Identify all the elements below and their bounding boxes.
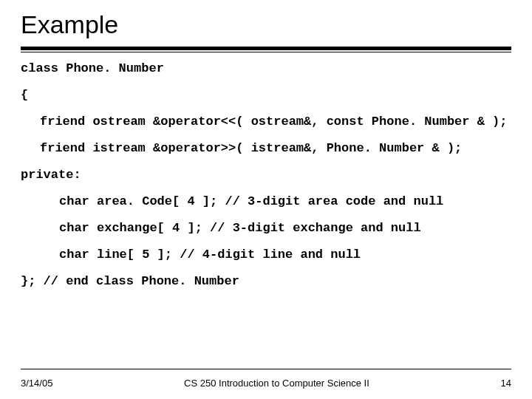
code-end-class: }; // end class Phone. Number [21,274,511,289]
footer-page: 14 [501,378,511,389]
code-class-decl: class Phone. Number [21,61,511,76]
code-private-label: private: [21,168,511,183]
code-area-code: char area. Code[ 4 ]; // 3-digit area co… [21,194,511,209]
footer: 3/14/05 CS 250 Introduction to Computer … [21,378,511,389]
title-rule-thick [21,47,511,50]
code-line: char line[ 5 ]; // 4-digit line and null [21,248,511,262]
code-friend-ostream: friend ostream &operator<<( ostream&, co… [21,115,511,129]
footer-course: CS 250 Introduction to Computer Science … [184,378,369,389]
footer-date: 3/14/05 [21,378,52,389]
title-rule-thin [21,52,511,52]
slide-title: Example [21,10,511,39]
slide: Example class Phone. Number { friend ost… [0,0,532,399]
code-exchange: char exchange[ 4 ]; // 3-digit exchange … [21,221,511,236]
code-friend-istream: friend istream &operator>>( istream&, Ph… [21,141,511,156]
footer-rule [21,369,511,369]
code-block: class Phone. Number { friend ostream &op… [21,61,511,289]
code-open-brace: { [21,88,511,103]
